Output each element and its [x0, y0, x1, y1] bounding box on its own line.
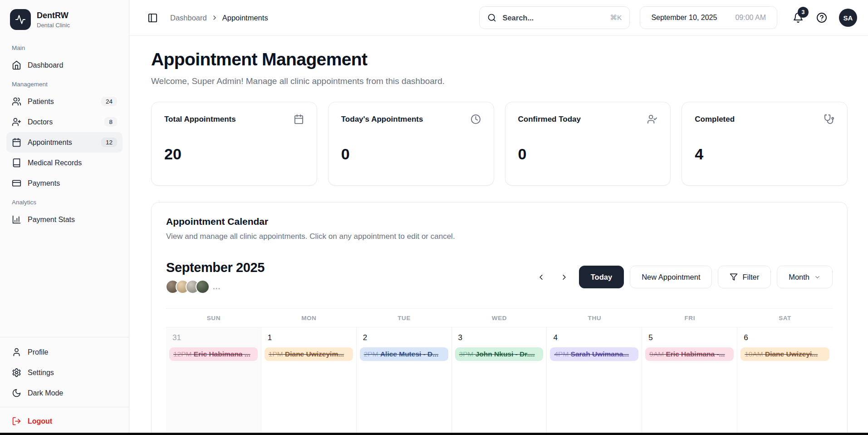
stat-value: 4: [695, 145, 834, 163]
avatar-overflow[interactable]: ...: [213, 282, 221, 292]
sidebar-item-payment-stats[interactable]: Payment Stats: [6, 209, 123, 230]
appointment-time: 10AM: [745, 350, 763, 358]
stat-value: 0: [518, 145, 658, 163]
sidebar-item-medical-records[interactable]: Medical Records: [6, 153, 123, 173]
filter-label: Filter: [742, 273, 759, 282]
sidebar-nav: Main Dashboard Management Patients 24 Do…: [0, 36, 129, 337]
appointment-chip[interactable]: 1PM Diane Uwizeyim...: [265, 347, 353, 361]
appointment-chip[interactable]: 12PM Eric Habimana ...: [169, 347, 258, 361]
month-label: September 2025: [166, 260, 265, 275]
sidebar-item-doctors[interactable]: Doctors 8: [6, 112, 123, 132]
breadcrumb: Dashboard Appointments: [170, 14, 268, 22]
day-number: 1: [265, 332, 353, 347]
sidebar-item-label: Settings: [28, 369, 54, 377]
appointment-chip[interactable]: 2PM Alice Mutesi - D...: [360, 347, 448, 361]
today-button[interactable]: Today: [579, 266, 624, 288]
sidebar-item-patients[interactable]: Patients 24: [6, 91, 123, 112]
sidebar-item-label: Payment Stats: [28, 216, 75, 224]
appointment-chip[interactable]: 10AM Diane Uwizeyi...: [740, 347, 829, 361]
chevron-right-icon: [211, 14, 218, 21]
appointment-chip[interactable]: 3PM John Nkusi - Dr....: [455, 347, 544, 361]
user-icon: [12, 347, 21, 357]
sidebar-toggle-button[interactable]: [146, 11, 159, 25]
brand: DentRW Dental Clinic: [0, 0, 129, 36]
sidebar-item-payments[interactable]: Payments: [6, 173, 123, 193]
appointment-chip[interactable]: 4PM Sarah Uwimana...: [550, 347, 638, 361]
day-number: 31: [169, 332, 258, 347]
calendar-icon: [294, 114, 304, 124]
weekday-label: SAT: [737, 309, 833, 327]
sidebar-item-label: Dashboard: [28, 61, 63, 69]
user-plus-icon: [12, 117, 21, 127]
day-cell[interactable]: 2 2PM Alice Mutesi - D...: [357, 327, 452, 435]
day-number: 2: [360, 332, 448, 347]
sidebar-item-label: Doctors: [28, 118, 53, 126]
home-icon: [12, 60, 21, 70]
search-input[interactable]: [502, 14, 604, 22]
patients-count-badge: 24: [101, 97, 117, 106]
new-appointment-button[interactable]: New Appointment: [630, 266, 712, 288]
stats-row: Total Appointments 20 Today's Appointmen…: [151, 102, 848, 186]
brand-logo: [10, 9, 31, 30]
day-number: 6: [740, 332, 829, 347]
user-avatar[interactable]: SA: [839, 9, 857, 27]
calendar-week-row: 31 12PM Eric Habimana ... 1 1PM Diane Uw…: [166, 327, 833, 435]
sidebar-item-appointments[interactable]: Appointments 12: [6, 132, 123, 153]
sidebar-footer: Profile Settings Dark Mode Logout: [0, 337, 129, 435]
day-cell[interactable]: 5 9AM Eric Habimana -...: [642, 327, 737, 435]
sidebar-item-profile[interactable]: Profile: [6, 342, 123, 362]
page-content: Appointment Management Welcome, Super Ad…: [129, 36, 868, 435]
doctor-avatars: ...: [166, 280, 265, 294]
panel-left-icon: [147, 13, 158, 23]
stat-label: Completed: [695, 115, 735, 124]
day-number: 3: [455, 332, 544, 347]
help-button[interactable]: [816, 12, 827, 23]
stat-card-total-appointments: Total Appointments 20: [151, 102, 317, 186]
help-circle-icon: [816, 12, 827, 23]
month-block: September 2025 ...: [166, 260, 265, 294]
stethoscope-icon: [824, 114, 834, 124]
chevron-right-icon: [560, 273, 569, 282]
users-icon: [12, 97, 21, 106]
date-time-box: September 10, 2025 09:00 AM: [640, 6, 777, 29]
doctors-count-badge: 8: [104, 117, 117, 127]
breadcrumb-dashboard[interactable]: Dashboard: [170, 14, 207, 22]
nav-section-analytics: Analytics: [6, 193, 123, 209]
weekday-label: THU: [547, 309, 642, 327]
day-cell[interactable]: 31 12PM Eric Habimana ...: [166, 327, 261, 435]
book-icon: [12, 158, 21, 168]
sidebar-item-settings[interactable]: Settings: [6, 362, 123, 383]
appointment-title: Diane Uwizeyim...: [285, 350, 344, 358]
next-month-button[interactable]: [556, 268, 573, 286]
appointments-count-badge: 12: [101, 138, 117, 147]
day-cell[interactable]: 6 10AM Diane Uwizeyi...: [737, 327, 833, 435]
view-select[interactable]: Month: [777, 266, 833, 288]
prev-month-button[interactable]: [533, 268, 550, 286]
appointment-time: 1PM: [269, 350, 283, 358]
page-title: Appointment Management: [151, 49, 848, 69]
sidebar-item-label: Patients: [28, 98, 54, 106]
notifications-button[interactable]: 3: [793, 12, 804, 23]
filter-button[interactable]: Filter: [718, 266, 771, 288]
stat-label: Total Appointments: [164, 115, 236, 124]
day-cell[interactable]: 4 4PM Sarah Uwimana...: [547, 327, 642, 435]
weekday-header: SUN MON TUE WED THU FRI SAT: [166, 309, 833, 327]
logout-divider: Logout: [0, 407, 129, 431]
weekday-label: SUN: [166, 309, 261, 327]
appointment-title: Sarah Uwimana...: [571, 350, 629, 358]
stat-card-completed: Completed 4: [682, 102, 848, 186]
search-box[interactable]: ⌘K: [479, 6, 630, 29]
appointment-time: 9AM: [649, 350, 664, 358]
chevron-down-icon: [814, 274, 821, 281]
appointment-calendar-card: Appointment Calendar View and manage all…: [151, 202, 848, 435]
activity-icon: [15, 14, 26, 25]
sidebar-item-dashboard[interactable]: Dashboard: [6, 55, 123, 75]
appointment-chip[interactable]: 9AM Eric Habimana -...: [645, 347, 734, 361]
day-number: 4: [550, 332, 638, 347]
stat-card-todays-appointments: Today's Appointments 0: [328, 102, 494, 186]
day-cell[interactable]: 3 3PM John Nkusi - Dr....: [452, 327, 547, 435]
sidebar-item-dark-mode[interactable]: Dark Mode: [6, 383, 123, 403]
day-cell[interactable]: 1 1PM Diane Uwizeyim...: [261, 327, 357, 435]
search-icon: [487, 13, 496, 22]
logout-button[interactable]: Logout: [6, 411, 123, 431]
